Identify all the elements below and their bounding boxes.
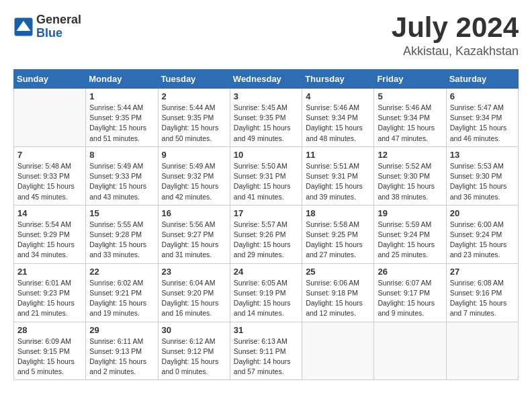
logo-text: General Blue <box>36 13 81 40</box>
day-info: Sunrise: 5:50 AMSunset: 9:31 PMDaylight:… <box>234 161 298 202</box>
calendar-cell: 5Sunrise: 5:46 AMSunset: 9:34 PMDaylight… <box>374 89 446 147</box>
day-info: Sunrise: 5:44 AMSunset: 9:35 PMDaylight:… <box>162 103 226 144</box>
day-number: 11 <box>306 150 370 160</box>
calendar-cell: 7Sunrise: 5:48 AMSunset: 9:33 PMDaylight… <box>14 146 86 205</box>
day-number: 25 <box>306 267 370 277</box>
day-number: 28 <box>17 325 82 335</box>
calendar-cell: 30Sunrise: 6:12 AMSunset: 9:12 PMDayligh… <box>158 322 230 380</box>
day-info: Sunrise: 5:48 AMSunset: 9:33 PMDaylight:… <box>17 161 82 202</box>
calendar-cell: 27Sunrise: 6:08 AMSunset: 9:16 PMDayligh… <box>446 263 518 322</box>
day-info: Sunrise: 5:53 AMSunset: 9:30 PMDaylight:… <box>450 161 515 202</box>
calendar-cell: 19Sunrise: 5:59 AMSunset: 9:24 PMDayligh… <box>374 205 446 263</box>
day-info: Sunrise: 5:57 AMSunset: 9:26 PMDaylight:… <box>234 220 298 261</box>
day-info: Sunrise: 5:54 AMSunset: 9:29 PMDaylight:… <box>17 220 82 261</box>
day-info: Sunrise: 6:09 AMSunset: 9:15 PMDaylight:… <box>17 336 82 377</box>
calendar-cell <box>446 322 518 380</box>
calendar-cell: 15Sunrise: 5:55 AMSunset: 9:28 PMDayligh… <box>86 205 158 263</box>
logo: General Blue <box>13 13 81 40</box>
weekday-header: Sunday <box>14 70 86 89</box>
day-info: Sunrise: 5:56 AMSunset: 9:27 PMDaylight:… <box>162 220 226 261</box>
location: Akkistau, Kazakhstan <box>392 44 519 58</box>
day-number: 12 <box>378 150 442 160</box>
day-info: Sunrise: 5:46 AMSunset: 9:34 PMDaylight:… <box>306 103 370 144</box>
day-info: Sunrise: 5:52 AMSunset: 9:30 PMDaylight:… <box>378 161 442 202</box>
calendar-cell: 14Sunrise: 5:54 AMSunset: 9:29 PMDayligh… <box>14 205 86 263</box>
day-info: Sunrise: 6:12 AMSunset: 9:12 PMDaylight:… <box>162 336 226 377</box>
day-number: 9 <box>162 150 226 160</box>
calendar-cell: 29Sunrise: 6:11 AMSunset: 9:13 PMDayligh… <box>86 322 158 380</box>
day-number: 18 <box>306 208 370 218</box>
calendar-cell: 23Sunrise: 6:04 AMSunset: 9:20 PMDayligh… <box>158 263 230 322</box>
weekday-header: Friday <box>374 70 446 89</box>
calendar-cell: 22Sunrise: 6:02 AMSunset: 9:21 PMDayligh… <box>86 263 158 322</box>
day-info: Sunrise: 6:06 AMSunset: 9:18 PMDaylight:… <box>306 278 370 319</box>
page-header: General Blue July 2024 Akkistau, Kazakhs… <box>13 13 519 58</box>
calendar-cell: 4Sunrise: 5:46 AMSunset: 9:34 PMDaylight… <box>302 89 374 147</box>
calendar-cell: 17Sunrise: 5:57 AMSunset: 9:26 PMDayligh… <box>230 205 302 263</box>
calendar-cell: 10Sunrise: 5:50 AMSunset: 9:31 PMDayligh… <box>230 146 302 205</box>
day-number: 29 <box>89 325 154 335</box>
day-info: Sunrise: 5:51 AMSunset: 9:31 PMDaylight:… <box>306 161 370 202</box>
day-number: 19 <box>378 208 442 218</box>
calendar-cell: 21Sunrise: 6:01 AMSunset: 9:23 PMDayligh… <box>14 263 86 322</box>
calendar-cell <box>374 322 446 380</box>
calendar-cell: 24Sunrise: 6:05 AMSunset: 9:19 PMDayligh… <box>230 263 302 322</box>
calendar-week-row: 14Sunrise: 5:54 AMSunset: 9:29 PMDayligh… <box>14 205 519 263</box>
day-info: Sunrise: 5:55 AMSunset: 9:28 PMDaylight:… <box>89 220 154 261</box>
day-number: 4 <box>306 91 370 101</box>
day-info: Sunrise: 6:11 AMSunset: 9:13 PMDaylight:… <box>89 336 154 377</box>
calendar-cell: 13Sunrise: 5:53 AMSunset: 9:30 PMDayligh… <box>446 146 518 205</box>
calendar-cell <box>14 89 86 147</box>
day-number: 7 <box>17 150 82 160</box>
calendar-cell: 31Sunrise: 6:13 AMSunset: 9:11 PMDayligh… <box>230 322 302 380</box>
weekday-header: Wednesday <box>230 70 302 89</box>
calendar-cell: 3Sunrise: 5:45 AMSunset: 9:35 PMDaylight… <box>230 89 302 147</box>
day-info: Sunrise: 5:47 AMSunset: 9:34 PMDaylight:… <box>450 103 515 144</box>
weekday-header: Tuesday <box>158 70 230 89</box>
calendar-cell: 6Sunrise: 5:47 AMSunset: 9:34 PMDaylight… <box>446 89 518 147</box>
weekday-header: Thursday <box>302 70 374 89</box>
day-info: Sunrise: 5:45 AMSunset: 9:35 PMDaylight:… <box>234 103 298 144</box>
day-info: Sunrise: 5:59 AMSunset: 9:24 PMDaylight:… <box>378 220 442 261</box>
day-number: 3 <box>234 91 298 101</box>
logo-icon <box>13 17 34 37</box>
day-number: 20 <box>450 208 515 218</box>
day-info: Sunrise: 6:05 AMSunset: 9:19 PMDaylight:… <box>234 278 298 319</box>
day-info: Sunrise: 6:00 AMSunset: 9:24 PMDaylight:… <box>450 220 515 261</box>
calendar-cell: 12Sunrise: 5:52 AMSunset: 9:30 PMDayligh… <box>374 146 446 205</box>
calendar-cell: 25Sunrise: 6:06 AMSunset: 9:18 PMDayligh… <box>302 263 374 322</box>
day-number: 2 <box>162 91 226 101</box>
day-info: Sunrise: 5:49 AMSunset: 9:32 PMDaylight:… <box>162 161 226 202</box>
day-number: 27 <box>450 267 515 277</box>
day-number: 6 <box>450 91 515 101</box>
day-number: 15 <box>89 208 154 218</box>
day-number: 8 <box>89 150 154 160</box>
calendar-cell: 8Sunrise: 5:49 AMSunset: 9:33 PMDaylight… <box>86 146 158 205</box>
day-info: Sunrise: 6:08 AMSunset: 9:16 PMDaylight:… <box>450 278 515 319</box>
day-number: 5 <box>378 91 442 101</box>
calendar-cell: 16Sunrise: 5:56 AMSunset: 9:27 PMDayligh… <box>158 205 230 263</box>
weekday-header: Saturday <box>446 70 518 89</box>
calendar-week-row: 28Sunrise: 6:09 AMSunset: 9:15 PMDayligh… <box>14 322 519 380</box>
day-info: Sunrise: 5:46 AMSunset: 9:34 PMDaylight:… <box>378 103 442 144</box>
title-block: July 2024 Akkistau, Kazakhstan <box>392 13 519 58</box>
day-info: Sunrise: 6:07 AMSunset: 9:17 PMDaylight:… <box>378 278 442 319</box>
month-title: July 2024 <box>392 13 519 42</box>
calendar-cell: 9Sunrise: 5:49 AMSunset: 9:32 PMDaylight… <box>158 146 230 205</box>
day-number: 10 <box>234 150 298 160</box>
logo-general: General <box>36 13 81 27</box>
calendar-cell: 20Sunrise: 6:00 AMSunset: 9:24 PMDayligh… <box>446 205 518 263</box>
day-info: Sunrise: 6:04 AMSunset: 9:20 PMDaylight:… <box>162 278 226 319</box>
day-number: 24 <box>234 267 298 277</box>
day-number: 21 <box>17 267 82 277</box>
day-info: Sunrise: 6:02 AMSunset: 9:21 PMDaylight:… <box>89 278 154 319</box>
day-info: Sunrise: 6:13 AMSunset: 9:11 PMDaylight:… <box>234 336 298 377</box>
weekday-header: Monday <box>86 70 158 89</box>
day-number: 1 <box>89 91 154 101</box>
day-info: Sunrise: 5:58 AMSunset: 9:25 PMDaylight:… <box>306 220 370 261</box>
calendar-table: SundayMondayTuesdayWednesdayThursdayFrid… <box>13 69 519 380</box>
day-number: 14 <box>17 208 82 218</box>
day-number: 26 <box>378 267 442 277</box>
calendar-week-row: 1Sunrise: 5:44 AMSunset: 9:35 PMDaylight… <box>14 89 519 147</box>
weekday-header-row: SundayMondayTuesdayWednesdayThursdayFrid… <box>14 70 519 89</box>
